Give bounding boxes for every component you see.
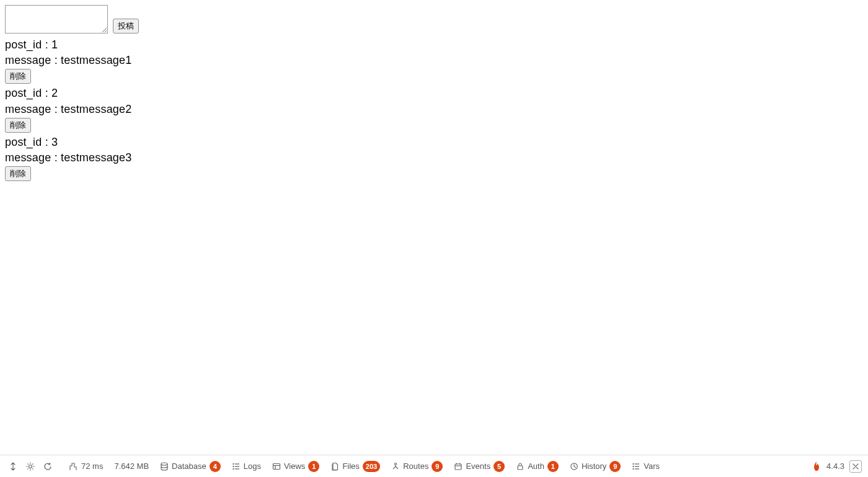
vars-icon (632, 462, 640, 471)
svg-point-30 (633, 468, 634, 469)
page-content: 投稿 post_id : 1message : testmessage1削除po… (0, 0, 868, 188)
tab-routes[interactable]: Routes 9 (391, 461, 443, 472)
timer-value: 72 ms (81, 461, 103, 471)
routes-icon (391, 462, 400, 471)
message-textarea[interactable] (5, 5, 108, 33)
debug-controls (6, 460, 55, 473)
views-icon (272, 462, 281, 471)
post-message-line: message : testmessage1 (5, 53, 863, 68)
svg-line-8 (32, 463, 33, 464)
post-item: post_id : 1message : testmessage1削除 (5, 37, 863, 84)
badge: 203 (363, 461, 380, 472)
tab-label: Routes (403, 461, 428, 471)
svg-point-14 (233, 468, 234, 469)
badge: 5 (494, 461, 505, 472)
tab-label: Database (172, 461, 206, 471)
svg-line-5 (27, 463, 28, 464)
tab-history[interactable]: History 9 (570, 461, 621, 472)
timer-icon (69, 462, 78, 471)
svg-point-26 (633, 463, 634, 464)
posts-list: post_id : 1message : testmessage1削除post_… (5, 37, 863, 182)
refresh-icon[interactable] (41, 460, 55, 473)
tab-label: Logs (244, 461, 261, 471)
flame-icon (812, 461, 822, 472)
tab-logs[interactable]: Logs (232, 461, 261, 471)
post-message-line: message : testmessage2 (5, 102, 863, 117)
svg-point-12 (233, 466, 234, 466)
svg-line-6 (32, 468, 33, 469)
svg-rect-20 (455, 464, 461, 470)
badge: 1 (547, 461, 559, 472)
svg-rect-16 (273, 463, 280, 469)
history-icon (570, 462, 578, 471)
tab-events[interactable]: Events 5 (454, 461, 505, 472)
badge: 9 (432, 461, 443, 472)
tab-timer[interactable]: 72 ms (69, 461, 103, 471)
svg-rect-24 (518, 466, 523, 470)
submit-button[interactable]: 投稿 (113, 19, 139, 33)
tab-label: Views (284, 461, 305, 471)
settings-icon[interactable] (24, 460, 37, 473)
logs-icon (232, 462, 241, 471)
expand-icon[interactable] (6, 460, 20, 473)
tab-label: Vars (644, 461, 660, 471)
tab-vars[interactable]: Vars (632, 461, 660, 471)
lock-icon (516, 462, 525, 471)
tab-label: Auth (528, 461, 544, 471)
post-id-line: post_id : 3 (5, 135, 863, 150)
tab-views[interactable]: Views 1 (272, 461, 319, 472)
post-message-line: message : testmessage3 (5, 150, 863, 166)
tab-label: Files (342, 461, 359, 471)
files-icon (330, 462, 339, 471)
post-id-line: post_id : 1 (5, 37, 863, 53)
tab-database[interactable]: Database 4 (160, 461, 221, 472)
tab-files[interactable]: Files 203 (330, 461, 380, 472)
memory-value: 7.642 MB (114, 461, 149, 471)
delete-button[interactable]: 削除 (5, 69, 31, 84)
version-label: 4.4.3 (826, 461, 844, 471)
tab-memory[interactable]: 7.642 MB (114, 461, 149, 471)
post-item: post_id : 2message : testmessage2削除 (5, 86, 863, 133)
tab-label: Events (466, 461, 490, 471)
tab-label: History (582, 461, 606, 471)
delete-button[interactable]: 削除 (5, 118, 31, 133)
svg-line-7 (27, 468, 28, 469)
debug-right: 4.4.3 (812, 460, 862, 473)
svg-point-19 (395, 463, 397, 465)
post-item: post_id : 3message : testmessage3削除 (5, 135, 863, 182)
close-button[interactable] (849, 460, 862, 473)
badge: 1 (308, 461, 319, 472)
badge: 9 (609, 461, 621, 472)
post-form: 投稿 (5, 5, 863, 33)
debug-tabs: 72 ms 7.642 MB Database 4 Logs Views 1 (69, 461, 808, 472)
badge: 4 (210, 461, 221, 472)
svg-point-10 (233, 463, 234, 464)
svg-point-28 (633, 466, 634, 466)
tab-auth[interactable]: Auth 1 (516, 461, 559, 472)
database-icon (160, 462, 169, 471)
post-id-line: post_id : 2 (5, 86, 863, 101)
debug-toolbar: 72 ms 7.642 MB Database 4 Logs Views 1 (0, 455, 868, 477)
svg-point-9 (161, 463, 167, 465)
events-icon (454, 462, 463, 471)
svg-point-0 (29, 465, 32, 468)
delete-button[interactable]: 削除 (5, 166, 31, 181)
